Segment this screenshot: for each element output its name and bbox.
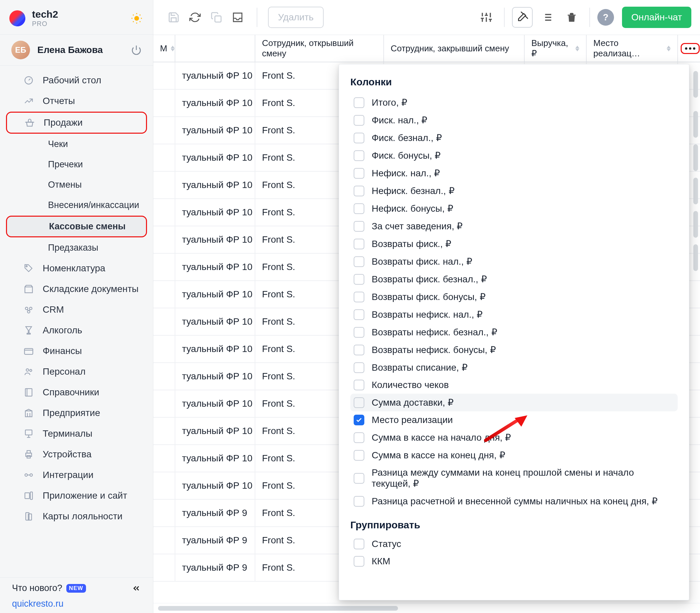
checkbox[interactable] [354, 432, 364, 443]
column-option[interactable]: Нефиск. бонусы, ₽ [350, 200, 678, 217]
checkbox[interactable] [354, 115, 364, 126]
checkbox[interactable] [354, 327, 364, 338]
column-option[interactable]: Возвраты нефиск. бонусы, ₽ [350, 341, 678, 359]
column-option[interactable]: Сумма в кассе на конец дня, ₽ [350, 446, 678, 464]
column-option[interactable]: Фиск. бонусы, ₽ [350, 147, 678, 164]
column-option[interactable]: Сумма доставки, ₽ [350, 394, 678, 411]
sidebar-item-7[interactable]: Кассовые смены [6, 216, 147, 237]
checkbox[interactable] [354, 221, 364, 232]
checkbox[interactable] [354, 380, 364, 390]
sidebar-item-15[interactable]: Справочники [6, 382, 147, 402]
online-chat-button[interactable]: Онлайн-чат [622, 6, 691, 28]
sidebar-item-20[interactable]: Приложение и сайт [6, 486, 147, 506]
column-option[interactable]: Количество чеков [350, 376, 678, 394]
column-option[interactable]: За счет заведения, ₽ [350, 217, 678, 235]
sidebar-item-2[interactable]: Продажи [6, 112, 147, 134]
th-opened-by[interactable]: Сотрудник, открывший смену [255, 35, 384, 62]
column-option[interactable]: Нефиск. нал., ₽ [350, 164, 678, 182]
site-link[interactable]: quickresto.ru [12, 594, 141, 609]
th-revenue[interactable]: Выручка, ₽ [525, 35, 587, 62]
column-option[interactable]: ККМ [350, 553, 678, 570]
inbox-button[interactable] [227, 7, 248, 28]
th-location[interactable]: Место реализац… [587, 35, 678, 62]
checkbox[interactable] [354, 473, 364, 484]
logout-icon[interactable] [131, 45, 142, 55]
checkbox[interactable] [354, 168, 364, 179]
sidebar-item-9[interactable]: Номенклатура [6, 258, 147, 278]
column-option[interactable]: Возвраты фиск. бонусы, ₽ [350, 288, 678, 306]
sidebar-item-8[interactable]: Предзаказы [6, 238, 147, 258]
vertical-scrollbar[interactable] [693, 71, 698, 596]
th-closed-by[interactable]: Сотрудник, закрывший смену [384, 35, 525, 62]
checkbox[interactable] [354, 362, 364, 373]
sidebar-item-10[interactable]: Складские документы [6, 279, 147, 299]
th-device[interactable] [175, 35, 255, 62]
horizontal-scrollbar[interactable] [153, 603, 700, 613]
column-option[interactable]: Возвраты списание, ₽ [350, 359, 678, 376]
copy-button[interactable] [206, 7, 227, 28]
checkbox[interactable] [354, 186, 364, 196]
column-option[interactable]: Статус [350, 535, 678, 553]
checkbox[interactable] [354, 97, 364, 108]
column-option[interactable]: Нефиск. безнал., ₽ [350, 182, 678, 200]
sidebar-item-18[interactable]: Устройства [6, 444, 147, 464]
checkbox[interactable] [354, 556, 364, 567]
checkbox[interactable] [354, 274, 364, 285]
th-kkm[interactable]: М [153, 35, 175, 62]
sidebar-item-12[interactable]: Алкоголь [6, 320, 147, 340]
th-more[interactable] [678, 35, 700, 62]
sidebar-item-0[interactable]: Рабочий стол [6, 70, 147, 90]
checkbox[interactable] [354, 539, 364, 549]
delete-button[interactable]: Удалить [268, 6, 324, 28]
settings-sliders-button[interactable] [476, 7, 497, 28]
sidebar-item-21[interactable]: Карты лояльности [6, 506, 147, 526]
sidebar-item-1[interactable]: Отчеты [6, 91, 147, 111]
column-option[interactable]: Разница расчетной и внесенной суммы нали… [350, 492, 678, 510]
checkbox[interactable] [354, 292, 364, 302]
columns-toggle-button[interactable] [680, 43, 700, 54]
checkbox[interactable] [354, 345, 364, 355]
checkbox[interactable] [354, 496, 364, 507]
refresh-button[interactable] [185, 7, 205, 28]
cell-device: туальный ФР 10 [175, 144, 255, 171]
checkbox[interactable] [354, 256, 364, 267]
checkbox[interactable] [354, 239, 364, 249]
user-block[interactable]: ЕБ Елена Бажова [0, 34, 153, 66]
sidebar-item-13[interactable]: Финансы [6, 341, 147, 361]
trash-button[interactable] [561, 7, 582, 28]
column-option[interactable]: Разница между суммами на конец прошлой с… [350, 464, 678, 492]
sidebar-item-6[interactable]: Внесения/инкассации [6, 195, 147, 215]
help-button[interactable]: ? [597, 9, 614, 26]
checkbox[interactable] [354, 397, 364, 408]
column-option[interactable]: Возвраты фиск. нал., ₽ [350, 253, 678, 270]
tools-button[interactable] [512, 7, 533, 28]
sidebar-item-3[interactable]: Чеки [6, 134, 147, 154]
checkbox[interactable] [354, 450, 364, 461]
checkbox[interactable] [354, 203, 364, 214]
column-option[interactable]: Место реализации [350, 411, 678, 429]
column-option[interactable]: Возвраты фиск., ₽ [350, 235, 678, 253]
column-option[interactable]: Сумма в кассе на начало дня, ₽ [350, 429, 678, 446]
list-button[interactable] [537, 7, 557, 28]
checkbox[interactable] [354, 150, 364, 161]
column-option[interactable]: Возвраты нефиск. нал., ₽ [350, 306, 678, 323]
sidebar-item-19[interactable]: Интеграции [6, 465, 147, 485]
column-option[interactable]: Фиск. безнал., ₽ [350, 129, 678, 147]
checkbox[interactable] [354, 309, 364, 320]
whats-new-link[interactable]: Что нового? NEW [12, 583, 141, 594]
checkbox[interactable] [354, 133, 364, 143]
column-option[interactable]: Возвраты фиск. безнал., ₽ [350, 270, 678, 288]
sidebar-item-11[interactable]: CRM [6, 300, 147, 319]
theme-toggle-icon[interactable] [131, 13, 142, 24]
sidebar-collapse-icon[interactable] [132, 584, 141, 593]
checkbox[interactable] [354, 415, 364, 425]
column-option[interactable]: Итого, ₽ [350, 94, 678, 111]
save-button[interactable] [163, 7, 184, 28]
column-option[interactable]: Фиск. нал., ₽ [350, 111, 678, 129]
sidebar-item-17[interactable]: Терминалы [6, 424, 147, 444]
column-option[interactable]: Возвраты нефиск. безнал., ₽ [350, 323, 678, 341]
sidebar-item-16[interactable]: Предприятие [6, 403, 147, 423]
sidebar-item-4[interactable]: Пречеки [6, 155, 147, 174]
sidebar-item-5[interactable]: Отмены [6, 175, 147, 195]
sidebar-item-14[interactable]: Персонал [6, 362, 147, 382]
